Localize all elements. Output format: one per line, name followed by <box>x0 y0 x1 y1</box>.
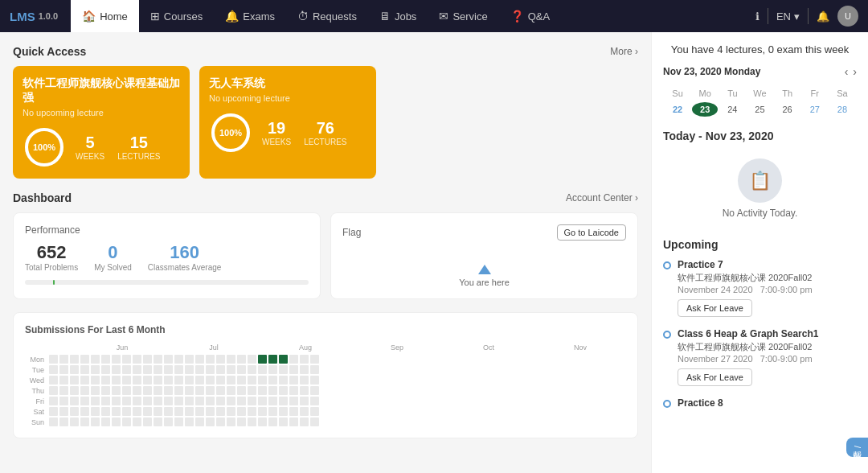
avatar[interactable]: U <box>837 6 858 27</box>
course-card-bottom-1: 100% 19 WEEKS 76 LECTURES <box>209 111 366 154</box>
account-center-link[interactable]: Account Center › <box>566 192 638 204</box>
sub-cell <box>133 386 141 395</box>
sub-cell <box>59 386 68 395</box>
flag-card: Flag Go to Laicode You are here <box>330 212 638 299</box>
cal-prev-button[interactable]: ‹ <box>845 65 849 78</box>
sub-row-fri: Fri <box>25 397 626 405</box>
sub-cell <box>248 397 256 405</box>
sub-cell <box>101 386 110 395</box>
sub-cell <box>216 386 225 395</box>
nav-jobs-label: Jobs <box>395 10 416 23</box>
sub-cell <box>154 407 162 416</box>
calendar-grid: Su Mo Tu We Th Fr Sa 22 23 24 25 26 27 2… <box>663 84 857 118</box>
sub-cell <box>154 355 162 364</box>
sub-cell <box>227 355 235 364</box>
sub-cell <box>195 365 204 374</box>
course-card-1[interactable]: 无人车系统 No upcoming lecture 100% 19 WEEKS <box>199 66 376 179</box>
sub-cell <box>164 386 173 395</box>
logo[interactable]: LMS 1.0.0 <box>10 10 58 23</box>
sub-cell <box>80 376 89 385</box>
nav-jobs[interactable]: 🖥 Jobs <box>368 0 428 32</box>
sub-cell <box>258 417 267 426</box>
sub-cell <box>91 386 100 395</box>
progress-ring-1: 100% <box>209 111 252 154</box>
sub-cell <box>227 407 235 416</box>
sub-cell <box>154 397 162 405</box>
upcoming-dot-1 <box>663 331 671 339</box>
course-cards: 软件工程师旗舰核心课程基础加强 No upcoming lecture 100%… <box>13 66 638 179</box>
sub-cell <box>195 397 204 405</box>
sub-cell <box>185 355 194 364</box>
dashboard-header: Dashboard Account Center › <box>13 191 638 204</box>
cal-date-22[interactable]: 22 <box>665 102 690 117</box>
lang-label: EN <box>776 10 791 23</box>
weeks-stat-1: 19 WEEKS <box>262 119 291 146</box>
sub-cell <box>268 376 277 385</box>
nav-qa[interactable]: ❓ Q&A <box>499 0 561 32</box>
notification-bell[interactable]: 🔔 <box>817 10 829 23</box>
progress-text-1: 100% <box>219 128 242 138</box>
sub-cell <box>91 376 100 385</box>
sub-cell <box>122 376 131 385</box>
sub-cell <box>91 417 100 426</box>
total-problems-num: 652 <box>25 242 78 263</box>
sub-cell <box>248 417 256 426</box>
month-label-sep: Sep <box>351 343 443 352</box>
sub-cell <box>122 365 131 374</box>
sub-cell <box>59 376 68 385</box>
sub-cell <box>268 397 277 405</box>
go-laicode-button[interactable]: Go to Laicode <box>557 224 627 241</box>
sub-cell <box>237 376 246 385</box>
exams-icon: 🔔 <box>225 10 239 23</box>
sub-cell <box>80 397 89 405</box>
sub-cell <box>289 417 298 426</box>
lang-switcher[interactable]: EN ▾ <box>776 10 800 23</box>
day-label-sun: Sun <box>25 418 47 426</box>
more-link[interactable]: More › <box>610 46 638 57</box>
month-label-jul: Jul <box>168 343 260 352</box>
sub-cell <box>248 355 256 364</box>
sub-cell <box>80 407 89 416</box>
info-button[interactable]: ℹ <box>755 10 760 23</box>
sub-cell <box>101 407 110 416</box>
nav-divider-2 <box>808 8 809 24</box>
day-label-sat: Sat <box>25 408 47 416</box>
cal-date-27[interactable]: 27 <box>802 102 828 117</box>
nav-home[interactable]: 🏠 Home <box>71 0 139 32</box>
sub-cell <box>310 376 319 385</box>
cal-date-24[interactable]: 24 <box>719 102 745 117</box>
cal-next-button[interactable]: › <box>853 65 857 78</box>
dashboard-cards: Performance 652 Total Problems 0 My Solv… <box>13 212 638 299</box>
month-label-nov: Nov <box>534 343 626 352</box>
nav-requests[interactable]: ⏱ Requests <box>286 0 368 32</box>
sub-cell <box>143 355 152 364</box>
progress-ring-0: 100% <box>23 125 66 169</box>
classmates-avg-stat: 160 Classmates Average <box>148 242 222 272</box>
sub-cell <box>237 386 246 395</box>
cal-date-25[interactable]: 25 <box>747 102 772 117</box>
cal-date-26[interactable]: 26 <box>775 102 800 117</box>
day-label-fri: Fri <box>25 397 47 405</box>
sub-cell <box>195 355 204 364</box>
sub-cell <box>216 355 225 364</box>
cal-date-28[interactable]: 28 <box>829 102 855 117</box>
practice-label-2: Practice 8 <box>678 397 857 409</box>
nav-exams[interactable]: 🔔 Exams <box>214 0 286 32</box>
sub-cell <box>185 397 194 405</box>
jobs-icon: 🖥 <box>379 10 391 23</box>
sub-cell <box>80 386 89 395</box>
ask-leave-button-0[interactable]: Ask For Leave <box>678 299 752 317</box>
course-card-0[interactable]: 软件工程师旗舰核心课程基础加强 No upcoming lecture 100%… <box>13 66 190 179</box>
feedback-button[interactable]: 帮助/反馈 <box>846 438 868 457</box>
dashboard-title: Dashboard <box>13 191 72 204</box>
sub-cell <box>70 386 79 395</box>
nav-service[interactable]: ✉ Service <box>428 0 498 32</box>
sub-cell <box>164 365 173 374</box>
nav-courses[interactable]: ⊞ Courses <box>139 0 214 32</box>
sub-cell <box>268 407 277 416</box>
sub-cell <box>237 355 246 364</box>
progress-text-0: 100% <box>33 142 55 152</box>
cal-date-23[interactable]: 23 <box>692 102 718 117</box>
day-label-thu: Thu <box>25 387 47 395</box>
ask-leave-button-1[interactable]: Ask For Leave <box>678 368 752 386</box>
